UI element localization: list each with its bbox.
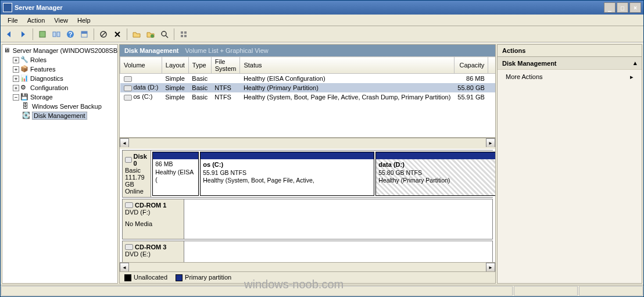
action1-icon[interactable] [97, 28, 110, 41]
disk-row[interactable]: CD-ROM 1DVD (F:)No Media [122, 199, 493, 239]
diagnostics-icon: 📊 [20, 74, 28, 83]
tree-features[interactable]: +📦Features [2, 65, 117, 74]
refresh-icon[interactable] [36, 28, 49, 41]
toolbar: ? [1, 26, 643, 42]
col-status[interactable]: Status [240, 57, 454, 74]
navigation-tree[interactable]: 🖥Server Manager (WINDOWS2008SB +🔧Roles +… [2, 44, 118, 284]
menu-bar: File Action View Help [1, 15, 643, 26]
backup-icon: 🗄 [22, 102, 30, 110]
partition[interactable]: 86 MBHealthy (EISA ( [152, 152, 199, 196]
svg-rect-4 [57, 32, 60, 37]
partition[interactable]: data (D:)55.80 GB NTFSHealthy (Primary P… [375, 152, 495, 196]
delete-icon[interactable] [111, 28, 124, 41]
scroll-right-icon[interactable]: ► [486, 138, 495, 148]
menu-action[interactable]: Action [23, 16, 50, 25]
graph-scrollbar[interactable]: ◄ ► [120, 262, 495, 271]
config-icon: ⚙ [20, 84, 28, 92]
actions-pane: Actions Disk Management ▴ More Actions ▸ [497, 44, 642, 284]
actions-group[interactable]: Disk Management ▴ [498, 57, 642, 70]
svg-rect-16 [181, 31, 183, 34]
menu-file[interactable]: File [3, 16, 23, 25]
folder2-icon[interactable] [144, 28, 157, 41]
app-icon [3, 3, 12, 12]
features-icon: 📦 [20, 65, 28, 73]
col-type[interactable]: Type [188, 57, 211, 74]
volume-row[interactable]: os (C:)SimpleBasicNTFSHealthy (System, B… [120, 92, 496, 102]
tree-root[interactable]: 🖥Server Manager (WINDOWS2008SB [2, 46, 117, 55]
col-volume[interactable]: Volume [120, 57, 162, 74]
help-icon[interactable]: ? [64, 28, 77, 41]
tree-configuration[interactable]: +⚙Configuration [2, 83, 117, 92]
status-bar [1, 285, 643, 296]
volume-list[interactable]: Volume Layout Type File System Status Ca… [120, 56, 495, 138]
collapse-icon[interactable]: ▴ [634, 59, 637, 67]
tree-roles[interactable]: +🔧Roles [2, 55, 117, 65]
menu-help[interactable]: Help [73, 16, 95, 25]
legend-unallocated-swatch [124, 274, 131, 281]
search-icon[interactable] [158, 28, 171, 41]
svg-point-13 [151, 34, 154, 38]
actions-title: Actions [498, 45, 642, 57]
tree-storage[interactable]: −💾Storage [2, 92, 117, 102]
server-icon: 🖥 [3, 46, 11, 55]
more-actions[interactable]: More Actions ▸ [498, 70, 642, 84]
svg-rect-3 [53, 32, 56, 37]
menu-view[interactable]: View [49, 16, 73, 25]
disk-graphical-view[interactable]: Disk 0Basic111.79 GBOnline86 MBHealthy (… [120, 147, 495, 262]
forward-button[interactable] [17, 28, 30, 41]
svg-line-15 [166, 35, 168, 38]
legend: Unallocated Primary partition [120, 271, 495, 283]
minimize-button[interactable]: _ [604, 2, 616, 13]
settings-icon[interactable] [78, 28, 91, 41]
svg-marker-1 [22, 31, 25, 37]
col-fs[interactable]: File System [211, 57, 240, 74]
tree-wsb[interactable]: 🗄Windows Server Backup [2, 102, 117, 111]
scroll-left-icon[interactable]: ◄ [120, 138, 129, 148]
volume-row[interactable]: SimpleBasicHealthy (EISA Configuration)8… [120, 74, 496, 83]
scroll-left-icon[interactable]: ◄ [120, 263, 129, 272]
svg-rect-17 [184, 31, 187, 34]
svg-line-10 [101, 32, 106, 37]
disk-icon: 💽 [22, 112, 30, 120]
window-title: Server Manager [15, 4, 63, 11]
svg-point-14 [162, 31, 166, 36]
legend-primary-swatch [176, 274, 183, 281]
partition[interactable]: os (C:)55.91 GB NTFSHealthy (System, Boo… [200, 152, 374, 196]
folder1-icon[interactable] [130, 28, 143, 41]
storage-icon: 💾 [20, 93, 28, 101]
disk-row[interactable]: Disk 0Basic111.79 GBOnline86 MBHealthy (… [122, 150, 493, 198]
back-button[interactable] [3, 28, 16, 41]
content-header: Disk Management Volume List + Graphical … [120, 45, 495, 56]
svg-rect-2 [40, 31, 45, 37]
svg-marker-0 [7, 31, 10, 37]
col-capacity[interactable]: Capacity [454, 57, 488, 74]
list-view-icon[interactable] [177, 28, 190, 41]
svg-rect-8 [81, 31, 87, 34]
tree-disk-management[interactable]: 💽Disk Management [2, 111, 117, 120]
close-button[interactable]: × [629, 2, 641, 13]
maximize-button[interactable]: □ [617, 2, 628, 13]
svg-text:?: ? [69, 31, 73, 38]
col-layout[interactable]: Layout [162, 57, 188, 74]
svg-rect-18 [181, 35, 183, 37]
chevron-right-icon: ▸ [630, 73, 634, 81]
content-pane: Disk Management Volume List + Graphical … [119, 44, 496, 284]
roles-icon: 🔧 [20, 56, 28, 64]
header-title: Disk Management [124, 47, 179, 54]
scroll-right-icon[interactable]: ► [486, 263, 495, 272]
svg-rect-19 [184, 35, 187, 37]
title-bar: Server Manager _ □ × [1, 1, 643, 15]
header-subtitle: Volume List + Graphical View [185, 47, 269, 54]
view-icon[interactable] [50, 28, 63, 41]
volume-row[interactable]: data (D:)SimpleBasicNTFSHealthy (Primary… [120, 83, 496, 92]
disk-row[interactable]: CD-ROM 3DVD (E:) [122, 241, 493, 262]
tree-diagnostics[interactable]: +📊Diagnostics [2, 74, 117, 83]
volume-scrollbar[interactable]: ◄ ► [120, 138, 495, 147]
